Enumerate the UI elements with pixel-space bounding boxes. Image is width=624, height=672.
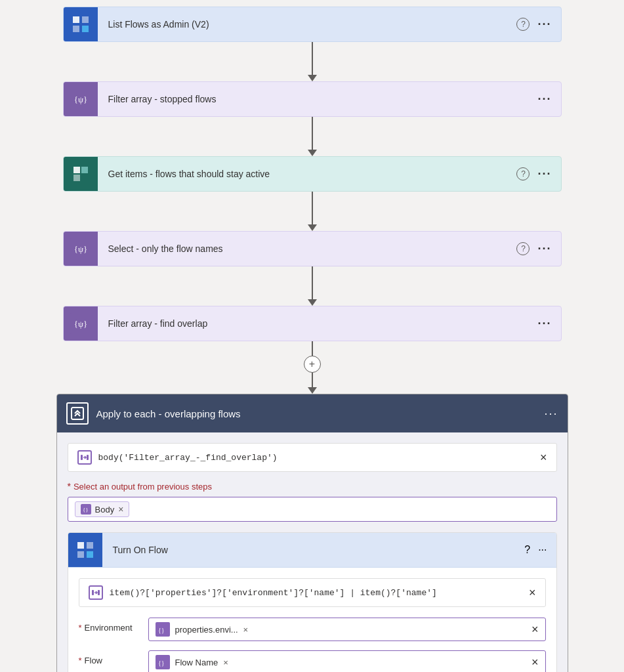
- arrow-head-3: [308, 224, 317, 231]
- svg-text:{ψ}: {ψ}: [73, 319, 87, 329]
- flow-label: * Flow: [79, 650, 138, 665]
- turn-on-flow-help-icon[interactable]: ?: [524, 544, 530, 556]
- filter-stopped-actions: ···: [537, 93, 560, 106]
- flow-form-row: * Flow {} Flow Name × ×: [79, 650, 546, 672]
- list-flows-help-icon[interactable]: ?: [516, 18, 530, 31]
- svg-text:{}: {}: [83, 507, 89, 513]
- body-chip: {} Body ×: [75, 501, 130, 517]
- filter-stopped-more-icon[interactable]: ···: [537, 93, 551, 106]
- svg-rect-8: [73, 167, 80, 173]
- expression-close-btn[interactable]: ×: [529, 586, 536, 600]
- turn-on-flow-actions: ? ···: [524, 544, 556, 556]
- flow-clear-btn[interactable]: ×: [531, 656, 539, 669]
- select-output-label: * Select an output from previous steps: [68, 481, 557, 492]
- step-filter-overlap: {ψ} Filter array - find overlap ···: [63, 306, 562, 341]
- svg-text:{}: {}: [158, 660, 165, 667]
- environment-chip-text: properties.envi...: [175, 625, 238, 635]
- get-items-label: Get items - flows that should stay activ…: [98, 169, 517, 179]
- svg-rect-21: [87, 542, 93, 549]
- plus-connector: +: [304, 341, 321, 394]
- turn-on-flow-card: Turn On Flow ? ···: [68, 532, 557, 672]
- apply-each-header: Apply to each - overlapping flows ···: [57, 394, 568, 432]
- select-names-label: Select - only the flow names: [98, 243, 517, 254]
- apply-each-body: body('Filter_array_-_find_overlap') × * …: [57, 432, 568, 672]
- plus-line-bottom: [312, 373, 313, 387]
- environment-clear-btn[interactable]: ×: [531, 623, 539, 637]
- add-step-button[interactable]: +: [304, 356, 321, 373]
- svg-rect-10: [81, 167, 88, 173]
- environment-chip-close[interactable]: ×: [243, 625, 249, 635]
- expression-text: item()?['properties']?['environment']?['…: [110, 588, 529, 598]
- expression-row: item()?['properties']?['environment']?['…: [79, 578, 546, 607]
- select-names-help-icon[interactable]: ?: [516, 242, 530, 255]
- environment-input-area[interactable]: {} properties.envi... × ×: [148, 618, 546, 641]
- input-source-close-btn[interactable]: ×: [540, 451, 547, 465]
- plus-line-top: [312, 341, 313, 356]
- expression-bracket-icon: [89, 585, 103, 600]
- filter-overlap-actions: ···: [537, 317, 560, 331]
- turn-on-flow-more-icon[interactable]: ···: [538, 544, 547, 556]
- body-tag-field[interactable]: {} Body ×: [68, 497, 557, 522]
- loop-icon: [66, 402, 89, 425]
- filter-stopped-label: Filter array - stopped flows: [98, 94, 538, 104]
- flow-input-area[interactable]: {} Flow Name × ×: [148, 650, 546, 672]
- get-items-actions: ? ···: [516, 167, 560, 181]
- svg-rect-3: [73, 26, 79, 32]
- list-flows-more-icon[interactable]: ···: [537, 18, 551, 32]
- svg-rect-22: [77, 551, 84, 558]
- svg-text:{}: {}: [158, 627, 165, 634]
- step-filter-stopped: {ψ} Filter array - stopped flows ···: [63, 81, 562, 117]
- svg-rect-16: [81, 455, 83, 460]
- svg-text:{ψ}: {ψ}: [73, 94, 87, 104]
- svg-text:{ψ}: {ψ}: [73, 244, 87, 254]
- source-bracket-icon: [77, 450, 92, 465]
- input-source-text: body('Filter_array_-_find_overlap'): [98, 453, 540, 463]
- filter-overlap-icon: {ψ}: [64, 306, 98, 341]
- svg-rect-17: [87, 455, 89, 460]
- turn-on-flow-icon: [68, 533, 102, 567]
- flow-chip-text: Flow Name: [175, 658, 218, 667]
- input-source-row: body('Filter_array_-_find_overlap') ×: [68, 443, 557, 472]
- select-names-actions: ? ···: [516, 242, 560, 256]
- arrow-3: [308, 192, 317, 231]
- arrow-line-4: [312, 266, 313, 299]
- arrow-line-3: [312, 192, 313, 224]
- filter-overlap-more-icon[interactable]: ···: [537, 317, 551, 331]
- svg-rect-7: [70, 163, 91, 184]
- svg-rect-23: [87, 551, 93, 558]
- body-chip-icon: {}: [81, 504, 91, 514]
- flow-chip-icon: {}: [156, 655, 170, 669]
- step-select-names: {ψ} Select - only the flow names ? ···: [63, 231, 562, 266]
- filter-stopped-icon: {ψ}: [64, 82, 98, 116]
- select-names-more-icon[interactable]: ···: [537, 242, 551, 256]
- get-items-more-icon[interactable]: ···: [537, 167, 551, 181]
- svg-rect-2: [82, 16, 89, 23]
- body-chip-close[interactable]: ×: [118, 504, 123, 514]
- arrow-head-1: [308, 75, 317, 81]
- get-items-help-icon[interactable]: ?: [516, 167, 530, 180]
- plus-arrow-head: [308, 387, 317, 394]
- step-list-flows: List Flows as Admin (V2) ? ···: [63, 7, 562, 42]
- apply-each-label: Apply to each - overlapping flows: [96, 408, 545, 419]
- flow-chip-close[interactable]: ×: [223, 658, 228, 667]
- arrow-1: [308, 42, 317, 81]
- environment-form-row: * Environment {} properties.envi... ×: [79, 618, 546, 641]
- arrow-head-4: [308, 299, 317, 306]
- svg-rect-4: [82, 26, 89, 32]
- list-flows-icon: [64, 7, 98, 41]
- flow-canvas: List Flows as Admin (V2) ? ··· {ψ} Filte…: [0, 0, 624, 672]
- apply-each-more-icon[interactable]: ···: [544, 407, 558, 421]
- turn-on-flow-label: Turn On Flow: [102, 545, 525, 555]
- svg-rect-24: [92, 590, 94, 595]
- svg-rect-20: [77, 542, 84, 549]
- step-get-items: Get items - flows that should stay activ…: [63, 156, 562, 192]
- environment-chip-icon: {}: [156, 622, 170, 637]
- list-flows-label: List Flows as Admin (V2): [98, 19, 517, 30]
- arrow-line-1: [312, 42, 313, 75]
- arrow-head-2: [308, 150, 317, 156]
- environment-label: * Environment: [79, 618, 138, 633]
- svg-rect-9: [73, 175, 80, 181]
- arrow-line-2: [312, 117, 313, 150]
- list-flows-actions: ? ···: [516, 18, 560, 32]
- arrow-2: [308, 117, 317, 156]
